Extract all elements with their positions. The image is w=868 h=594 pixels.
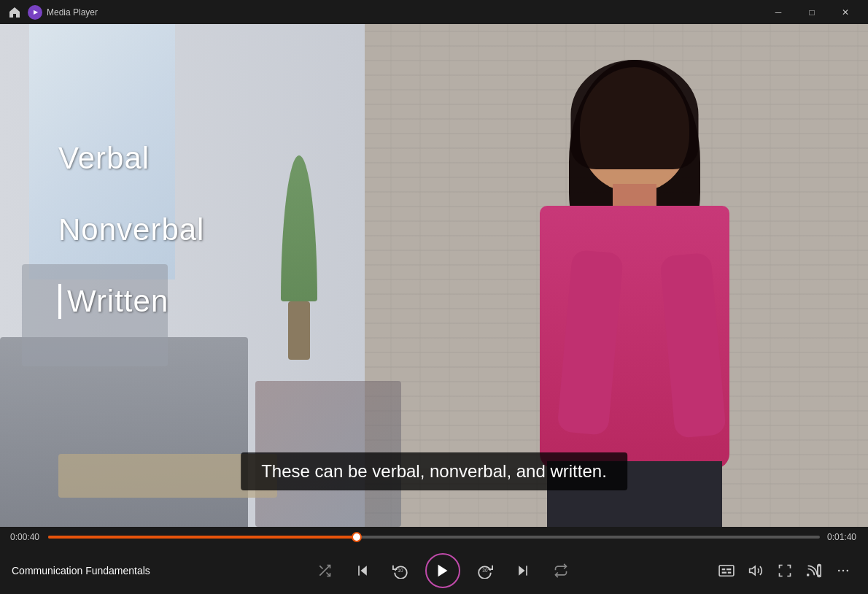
skip-forward-button[interactable]: 30	[472, 558, 498, 584]
home-button[interactable]	[6, 4, 23, 21]
subtitle-bar: These can be verbal, nonverbal, and writ…	[241, 452, 627, 490]
app-icon	[28, 5, 42, 20]
progress-area: 0:00:40 0:01:40	[0, 527, 868, 547]
subtitle-text: These can be verbal, nonverbal, and writ…	[261, 461, 607, 481]
next-icon	[516, 563, 530, 578]
volume-icon	[748, 563, 763, 578]
repeat-button[interactable]	[548, 558, 574, 584]
svg-point-19	[842, 570, 845, 572]
app-title: Media Player	[47, 7, 98, 18]
progress-track[interactable]	[48, 536, 820, 539]
shuffle-button[interactable]	[311, 558, 338, 584]
svg-rect-17	[818, 565, 821, 577]
captions-button[interactable]	[713, 558, 740, 584]
controls-right	[713, 558, 856, 584]
cast-button[interactable]	[801, 558, 827, 584]
volume-button[interactable]	[743, 558, 769, 584]
svg-marker-8	[519, 566, 524, 575]
play-button[interactable]	[425, 553, 460, 588]
current-time: 0:00:40	[10, 532, 41, 542]
skip-back-icon: 10	[392, 563, 408, 579]
fullscreen-icon	[778, 563, 792, 578]
svg-marker-15	[750, 566, 756, 575]
skip-forward-icon: 30	[477, 563, 493, 579]
plant	[277, 155, 321, 360]
svg-line-2	[319, 566, 322, 568]
previous-icon	[355, 563, 370, 578]
svg-text:30: 30	[482, 568, 488, 573]
play-icon	[435, 563, 451, 579]
window-controls: ─ □ ✕	[762, 0, 862, 24]
svg-marker-3	[361, 566, 367, 575]
next-button[interactable]	[510, 558, 536, 584]
progress-thumb[interactable]	[352, 532, 362, 542]
minimize-button[interactable]: ─	[762, 0, 795, 24]
maximize-button[interactable]: □	[795, 0, 829, 24]
title-bar: Media Player ─ □ ✕	[0, 0, 868, 24]
svg-rect-9	[526, 566, 527, 575]
more-icon	[836, 563, 850, 578]
close-button[interactable]: ✕	[829, 0, 862, 24]
svg-marker-6	[438, 565, 448, 577]
controls-center: 10 30	[172, 553, 713, 588]
overlay-nonverbal: Nonverbal	[58, 212, 204, 247]
title-bar-left: Media Player	[6, 4, 762, 21]
progress-fill	[48, 536, 357, 539]
track-title: Communication Fundamentals	[12, 565, 172, 576]
overlay-verbal: Verbal	[58, 141, 204, 176]
shuffle-icon	[317, 563, 332, 578]
svg-point-18	[838, 570, 840, 572]
captions-icon	[718, 564, 735, 577]
video-text-overlay: Verbal Nonverbal Written	[58, 141, 204, 319]
overlay-written: Written	[58, 284, 204, 319]
video-scene: Verbal Nonverbal Written These can be ve…	[0, 24, 868, 527]
svg-rect-10	[719, 566, 734, 576]
fullscreen-button[interactable]	[772, 558, 798, 584]
total-time: 0:01:40	[827, 532, 858, 542]
previous-button[interactable]	[349, 558, 376, 584]
repeat-icon	[554, 563, 568, 578]
svg-rect-4	[358, 566, 360, 575]
svg-point-20	[847, 570, 849, 572]
svg-rect-16	[807, 574, 809, 576]
video-area: Verbal Nonverbal Written These can be ve…	[0, 24, 868, 527]
svg-text:10: 10	[398, 568, 403, 573]
controls-bar: Communication Fundamentals 10	[0, 547, 868, 594]
cast-icon	[807, 563, 821, 578]
home-icon	[9, 7, 20, 18]
skip-back-button[interactable]: 10	[387, 558, 414, 584]
more-button[interactable]	[830, 558, 856, 584]
